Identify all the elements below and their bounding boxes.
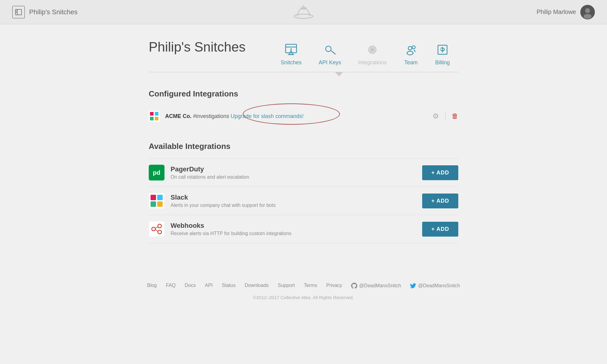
slack-icon	[151, 195, 163, 207]
integration-row-slack: Slack Alerts in your company chat with s…	[149, 187, 458, 215]
svg-point-8	[585, 8, 590, 13]
tab-api-keys-label: API Keys	[319, 59, 341, 66]
available-section: Available Integrations pd PagerDuty On c…	[149, 142, 458, 243]
svg-rect-32	[151, 195, 156, 200]
billing-icon	[435, 42, 450, 57]
svg-rect-34	[151, 201, 156, 207]
footer-link-api[interactable]: API	[205, 283, 213, 289]
team-icon	[404, 42, 418, 57]
tab-indicator	[149, 72, 458, 77]
pagerduty-logo: pd	[149, 165, 164, 180]
site-logo	[293, 3, 314, 21]
tab-api-keys[interactable]: API Keys	[310, 39, 350, 69]
slack-add-button[interactable]: + ADD	[422, 194, 458, 208]
brand-link[interactable]: Philip's Snitches	[12, 6, 78, 19]
snitches-icon	[284, 42, 298, 57]
github-handle: @DeadMansSnitch	[359, 283, 401, 288]
footer-link-status[interactable]: Status	[222, 283, 236, 289]
configured-actions: ⚙ 🗑	[432, 112, 458, 121]
footer-link-blog[interactable]: Blog	[147, 283, 157, 289]
footer-link-docs[interactable]: Docs	[185, 283, 196, 289]
avatar	[580, 5, 595, 19]
footer-twitter-link[interactable]: @DeadMansSnitch	[410, 283, 460, 289]
integration-row-webhooks: Webhooks Receive alerts via HTTP for bui…	[149, 215, 458, 243]
webhooks-logo	[149, 221, 164, 237]
footer-link-support[interactable]: Support	[278, 283, 295, 289]
tab-team[interactable]: Team	[395, 39, 427, 69]
slack-desc: Alerts in your company chat with support…	[171, 203, 422, 208]
twitter-icon	[410, 283, 416, 289]
brand-icon	[12, 6, 25, 19]
svg-rect-28	[150, 112, 154, 116]
tab-integrations-label: Integrations	[358, 59, 387, 66]
nav-tabs: Snitches API Keys	[272, 39, 458, 69]
main-content: Philip's Snitches Snitches	[137, 24, 470, 271]
svg-rect-30	[150, 117, 154, 120]
slack-name: Slack	[171, 194, 422, 201]
footer-links: Blog FAQ Docs API Status Downloads Suppo…	[6, 283, 601, 289]
configured-channel: #investigations	[193, 113, 231, 119]
svg-point-4	[294, 14, 313, 19]
svg-rect-31	[155, 117, 158, 120]
svg-point-37	[158, 224, 161, 228]
pagerduty-desc: On call rotations and alert escalation	[171, 174, 422, 180]
footer-link-downloads[interactable]: Downloads	[245, 283, 269, 289]
tab-team-label: Team	[404, 59, 418, 66]
twitter-handle: @DeadMansSnitch	[418, 283, 460, 288]
svg-rect-33	[157, 195, 163, 200]
github-icon	[351, 283, 357, 289]
page-header: Philip's Snitches Snitches	[149, 39, 458, 69]
webhooks-info: Webhooks Receive alerts via HTTP for bui…	[171, 222, 422, 236]
svg-point-16	[326, 46, 331, 52]
tab-snitches[interactable]: Snitches	[272, 39, 310, 69]
brand-name: Philip's Snitches	[29, 8, 78, 16]
slack-logo	[149, 193, 164, 209]
configured-item-info: ACME Co. #investigations Upgrade for sla…	[149, 111, 432, 122]
svg-line-39	[155, 227, 158, 228]
available-section-title: Available Integrations	[149, 142, 458, 151]
webhooks-desc: Receive alerts via HTTP for building cus…	[171, 231, 422, 236]
svg-line-18	[333, 52, 334, 53]
integrations-icon	[365, 42, 380, 57]
footer-link-terms[interactable]: Terms	[304, 283, 317, 289]
footer-link-privacy[interactable]: Privacy	[326, 283, 342, 289]
action-divider	[445, 112, 446, 121]
svg-point-38	[158, 230, 161, 234]
upgrade-link[interactable]: Upgrade for slash commands!	[231, 113, 304, 119]
pagerduty-add-button[interactable]: + ADD	[422, 165, 458, 180]
page-title: Philip's Snitches	[149, 39, 246, 55]
webhooks-add-button[interactable]: + ADD	[422, 222, 458, 237]
pagerduty-name: PagerDuty	[171, 165, 422, 173]
svg-point-21	[371, 49, 373, 51]
slack-info: Slack Alerts in your company chat with s…	[171, 194, 422, 208]
footer-link-faq[interactable]: FAQ	[166, 283, 176, 289]
configured-integration-row: ACME Co. #investigations Upgrade for sla…	[149, 106, 458, 126]
webhooks-name: Webhooks	[171, 222, 422, 230]
slack-icon-configured	[149, 111, 160, 122]
settings-icon[interactable]: ⚙	[432, 112, 439, 120]
configured-text: ACME Co. #investigations Upgrade for sla…	[165, 113, 304, 120]
tab-billing[interactable]: Billing	[427, 39, 458, 69]
footer-github-link[interactable]: @DeadMansSnitch	[351, 283, 401, 289]
delete-icon[interactable]: 🗑	[452, 112, 458, 120]
integration-row-pagerduty: pd PagerDuty On call rotations and alert…	[149, 158, 458, 187]
webhooks-icon	[150, 222, 163, 236]
tab-integrations[interactable]: Integrations	[350, 39, 395, 69]
svg-line-40	[155, 230, 158, 231]
user-menu[interactable]: Philip Marlowe	[537, 5, 595, 19]
pagerduty-info: PagerDuty On call rotations and alert es…	[171, 165, 422, 180]
svg-point-23	[407, 51, 413, 55]
svg-point-24	[412, 46, 415, 49]
svg-rect-35	[157, 201, 163, 207]
tab-snitches-label: Snitches	[281, 59, 302, 66]
configured-workspace: ACME Co.	[165, 113, 192, 119]
svg-point-36	[152, 227, 155, 231]
svg-rect-29	[155, 112, 158, 116]
svg-point-9	[584, 14, 592, 19]
svg-point-22	[408, 46, 412, 50]
integrations-content: Configured Integrations ACME Co. #invest…	[149, 77, 458, 255]
user-name: Philip Marlowe	[537, 8, 576, 15]
api-keys-icon	[323, 42, 337, 57]
tab-billing-label: Billing	[435, 59, 450, 66]
configured-section-title: Configured Integrations	[149, 89, 458, 99]
